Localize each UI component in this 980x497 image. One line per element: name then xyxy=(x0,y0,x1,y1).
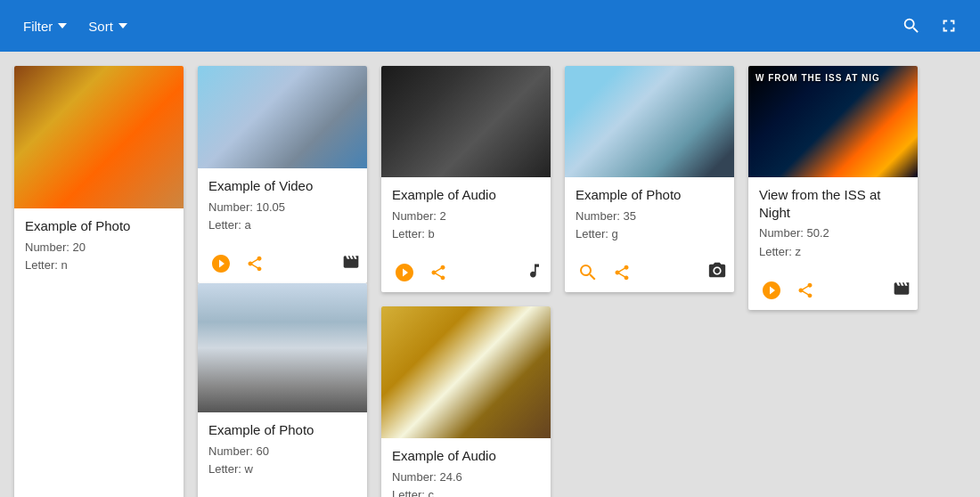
card-3: Example of Photo Number: 60Letter: w xyxy=(198,283,367,497)
card-1-image xyxy=(14,66,184,208)
card-5: Example of Audio Number: 24.6Letter: c xyxy=(381,306,551,497)
play-icon xyxy=(761,280,782,301)
share-icon xyxy=(429,264,447,281)
play-icon xyxy=(394,262,415,283)
card-2-body: Example of Video Number: 10.05Letter: a xyxy=(198,168,367,242)
toolbar: Filter Sort xyxy=(0,0,980,52)
card-3-share-button[interactable] xyxy=(241,493,269,497)
card-6-actions xyxy=(565,251,734,292)
card-2-type-icon xyxy=(342,253,360,274)
filter-label: Filter xyxy=(23,19,53,34)
card-4-play-button[interactable] xyxy=(388,257,421,289)
card-1: Example of Photo Number: 20Letter: n xyxy=(14,66,184,497)
card-1-body: Example of Photo Number: 20Letter: n xyxy=(14,208,184,497)
card-7-meta: Number: 50.2Letter: z xyxy=(759,224,907,262)
card-4-share-button[interactable] xyxy=(424,258,453,287)
card-2: Example of Video Number: 10.05Letter: a xyxy=(198,66,367,283)
fullscreen-button[interactable] xyxy=(932,9,966,43)
sort-button[interactable]: Sort xyxy=(79,12,136,41)
search-icon xyxy=(902,16,921,36)
card-6-type-icon xyxy=(707,261,727,284)
card-7-play-button[interactable] xyxy=(755,274,788,306)
card-3-title: Example of Photo xyxy=(208,421,356,439)
card-2-actions xyxy=(198,242,367,283)
card-5-title: Example of Audio xyxy=(392,447,540,465)
card-5-meta: Number: 24.6Letter: c xyxy=(392,468,540,497)
card-6-title: Example of Photo xyxy=(576,186,723,204)
share-icon xyxy=(246,255,264,273)
zoom-icon xyxy=(577,262,599,283)
card-1-title: Example of Photo xyxy=(25,217,173,235)
sort-chevron-icon xyxy=(118,23,127,29)
filter-button[interactable]: Filter xyxy=(14,12,76,41)
card-4-image xyxy=(381,66,551,177)
card-2-share-button[interactable] xyxy=(241,249,269,278)
fullscreen-icon xyxy=(939,16,959,36)
play-icon xyxy=(210,253,232,274)
card-2-image xyxy=(198,66,367,168)
iss-overlay-text: W FROM THE ISS AT NIG xyxy=(755,73,880,83)
card-5-body: Example of Audio Number: 24.6Letter: c xyxy=(381,438,551,497)
card-6-meta: Number: 35Letter: g xyxy=(576,208,723,245)
card-7-actions xyxy=(748,269,918,310)
card-3-image xyxy=(198,283,367,412)
col-3: Example of Audio Number: 2Letter: b xyxy=(374,59,558,497)
card-grid: Example of Photo Number: 20Letter: n Exa… xyxy=(0,52,980,497)
card-4-type-icon xyxy=(526,262,543,283)
search-button[interactable] xyxy=(894,9,928,43)
card-6-zoom-button[interactable] xyxy=(572,257,604,289)
card-6-image xyxy=(565,66,734,177)
card-5-image xyxy=(381,306,551,438)
card-7-share-button[interactable] xyxy=(791,276,820,305)
card-7-body: View from the ISS at Night Number: 50.2L… xyxy=(748,177,918,269)
card-1-meta: Number: 20Letter: n xyxy=(25,239,173,498)
card-7-image: W FROM THE ISS AT NIG xyxy=(748,66,918,177)
card-2-meta: Number: 10.05Letter: a xyxy=(208,199,356,236)
card-3-meta: Number: 60Letter: w xyxy=(208,443,356,480)
card-4-body: Example of Audio Number: 2Letter: b xyxy=(381,177,551,251)
card-4-actions xyxy=(381,251,551,292)
card-7-title: View from the ISS at Night xyxy=(759,186,907,221)
card-7: W FROM THE ISS AT NIG View from the ISS … xyxy=(748,66,918,310)
card-3-body: Example of Photo Number: 60Letter: w xyxy=(198,412,367,486)
card-2-title: Example of Video xyxy=(208,177,356,195)
card-3-actions xyxy=(198,486,367,497)
card-4: Example of Audio Number: 2Letter: b xyxy=(381,66,551,292)
card-3-zoom-button[interactable] xyxy=(205,492,237,497)
card-7-type-icon xyxy=(893,280,911,301)
share-icon xyxy=(613,264,631,281)
card-2-play-button[interactable] xyxy=(205,248,237,280)
share-icon xyxy=(796,281,814,299)
card-4-title: Example of Audio xyxy=(392,186,540,204)
filter-chevron-icon xyxy=(58,23,67,29)
sort-label: Sort xyxy=(88,19,113,34)
col-2: Example of Video Number: 10.05Letter: a xyxy=(191,59,374,497)
card-6: Example of Photo Number: 35Letter: g xyxy=(565,66,734,292)
card-6-share-button[interactable] xyxy=(608,258,636,287)
card-4-meta: Number: 2Letter: b xyxy=(392,208,540,245)
card-6-body: Example of Photo Number: 35Letter: g xyxy=(565,177,734,251)
